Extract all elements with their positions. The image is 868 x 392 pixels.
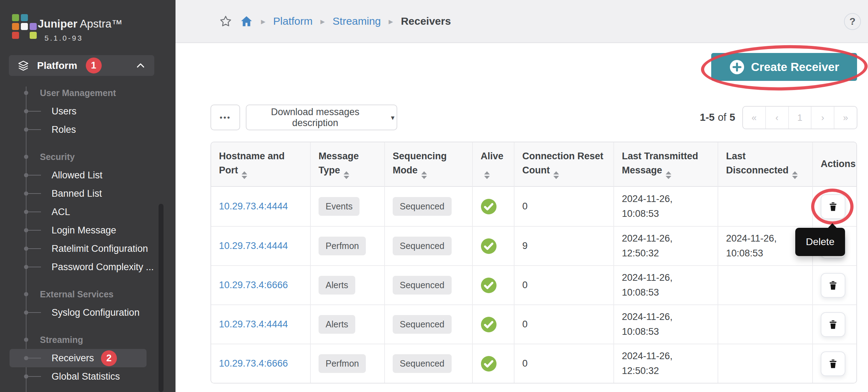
cell-sequencing-mode-row-2: Sequenced xyxy=(385,226,473,265)
hostname-port-link[interactable]: 10.29.73.4:4444 xyxy=(219,319,288,330)
cell-connection-reset-count-row-2: 9 xyxy=(515,226,614,265)
sequencing-mode-badge: Sequenced xyxy=(393,237,452,255)
sidebar-scrollbar[interactable] xyxy=(159,204,164,392)
cell-alive-row-3 xyxy=(473,265,515,304)
cell-last-transmitted-row-2: 2024-11-26, 12:50:32 xyxy=(614,226,718,265)
download-messages-description-button[interactable]: Download messages description ▾ xyxy=(246,105,397,130)
trash-icon xyxy=(828,201,838,212)
sidebar-item-ratelimit-configuration[interactable]: Ratelimit Configuration xyxy=(0,239,176,258)
column-header-label: Sequencing Mode xyxy=(393,151,447,175)
column-header-content: Actions xyxy=(821,157,856,171)
cell-alive-row-1 xyxy=(473,187,515,226)
sidebar-group-label: Streaming xyxy=(40,335,83,345)
create-receiver-button[interactable]: Create Receiver xyxy=(711,53,857,81)
column-header-label: Message Type xyxy=(319,151,359,175)
sidebar-group-label: External Services xyxy=(40,289,113,299)
message-type-badge: Alerts xyxy=(319,276,355,295)
delete-receiver-button[interactable] xyxy=(821,351,845,376)
sidebar-item-platform[interactable]: Platform 1 xyxy=(9,55,154,76)
trash-icon xyxy=(828,280,838,291)
first-page-button[interactable]: « xyxy=(743,107,765,129)
message-type-badge: Perfmon xyxy=(319,354,366,373)
sidebar-item-label: Banned List xyxy=(52,188,102,199)
version-label: 5.1.0-93 xyxy=(44,34,83,42)
message-type-badge: Alerts xyxy=(319,315,355,334)
cell-host-row-5: 10.29.73.4:6666 xyxy=(211,344,311,383)
sidebar-item-label: Roles xyxy=(52,124,76,135)
cell-last-disconnected-row-1 xyxy=(718,187,813,226)
sidebar-item-label: Ratelimit Configuration xyxy=(52,243,148,254)
last-page-button[interactable]: » xyxy=(834,107,857,129)
cell-last-transmitted-row-3: 2024-11-26, 10:08:53 xyxy=(614,265,718,304)
breadcrumb-separator-icon: ▸ xyxy=(261,16,266,26)
hostname-port-link[interactable]: 10.29.73.4:4444 xyxy=(219,201,288,212)
column-header-content: Message Type xyxy=(319,149,375,179)
sidebar-item-banned-list[interactable]: Banned List xyxy=(0,184,176,203)
logo-square xyxy=(30,14,37,21)
home-icon[interactable] xyxy=(240,14,253,28)
annotation-step-badge-2: 2 xyxy=(101,350,117,366)
column-header-content: Last Disconnected xyxy=(726,149,803,179)
sidebar-item-roles[interactable]: Roles xyxy=(0,120,176,139)
favorite-star-icon[interactable] xyxy=(219,15,232,28)
column-header-hostname-and-port[interactable]: Hostname and Port xyxy=(211,142,311,187)
connection-reset-count-value: 0 xyxy=(522,201,528,212)
caret-down-icon: ▾ xyxy=(391,113,394,122)
sidebar-item-receivers[interactable]: Receivers2 xyxy=(0,349,176,367)
column-header-content: Connection Reset Count xyxy=(522,149,604,179)
pagination-of: of xyxy=(718,112,726,123)
more-actions-button[interactable]: ••• xyxy=(210,105,240,130)
logo-square xyxy=(12,14,19,21)
cell-message-type-row-1: Events xyxy=(311,187,385,226)
hostname-port-link[interactable]: 10.29.73.4:6666 xyxy=(219,280,288,291)
sort-icon xyxy=(553,171,559,179)
column-header-alive[interactable]: Alive xyxy=(473,142,515,187)
breadcrumb-platform[interactable]: Platform xyxy=(273,15,313,27)
sidebar-group-streaming: Streaming xyxy=(0,331,176,349)
sidebar-item-login-message[interactable]: Login Message xyxy=(0,221,176,239)
sidebar-item-users[interactable]: Users xyxy=(0,102,176,120)
sidebar-item-password-complexity[interactable]: Password Complexity ... xyxy=(0,258,176,276)
trash-icon xyxy=(828,358,838,369)
column-header-sequencing-mode[interactable]: Sequencing Mode xyxy=(385,142,473,187)
cell-sequencing-mode-row-3: Sequenced xyxy=(385,265,473,304)
last-transmitted-value: 2024-11-26, 12:50:32 xyxy=(622,349,698,379)
sidebar-item-acl[interactable]: ACL xyxy=(0,203,176,221)
cell-host-row-4: 10.29.73.4:4444 xyxy=(211,304,311,344)
sidebar-item-allowed-list[interactable]: Allowed List xyxy=(0,166,176,184)
brand-title: Juniper Apstra™ xyxy=(38,18,122,30)
delete-receiver-button[interactable] xyxy=(821,194,845,219)
delete-receiver-button[interactable] xyxy=(821,273,845,298)
last-transmitted-value: 2024-11-26, 12:50:32 xyxy=(622,231,698,261)
cell-last-disconnected-row-5 xyxy=(718,344,813,383)
screen: Juniper Apstra™ 5.1.0-93 Platform 1 User… xyxy=(0,0,868,392)
sequencing-mode-badge: Sequenced xyxy=(393,354,452,373)
juniper-apstra-logo xyxy=(12,14,37,39)
logo-square xyxy=(21,23,28,30)
sidebar-item-label: Allowed List xyxy=(52,170,102,181)
column-header-message-type[interactable]: Message Type xyxy=(311,142,385,187)
hostname-port-link[interactable]: 10.29.73.4:6666 xyxy=(219,358,288,369)
annotation-step-badge-1: 1 xyxy=(86,58,102,73)
column-header-actions: Actions xyxy=(813,142,857,187)
next-page-button[interactable]: › xyxy=(811,107,834,129)
hostname-port-link[interactable]: 10.29.73.4:4444 xyxy=(219,240,288,251)
column-header-last-transmitted-message[interactable]: Last Transmitted Message xyxy=(614,142,718,187)
delete-receiver-button[interactable] xyxy=(821,312,845,337)
page-number-button[interactable]: 1 xyxy=(788,107,811,129)
pagination-range-label: 1-5 of 5 xyxy=(652,105,735,130)
cell-actions-row-3 xyxy=(813,265,857,304)
sidebar-item-label: Receivers xyxy=(52,353,94,364)
column-header-connection-reset-count[interactable]: Connection Reset Count xyxy=(515,142,614,187)
sidebar-item-global-statistics[interactable]: Global Statistics xyxy=(0,367,176,386)
previous-page-button[interactable]: ‹ xyxy=(765,107,788,129)
cell-alive-row-2 xyxy=(473,226,515,265)
sidebar-item-syslog-configuration[interactable]: Syslog Configuration xyxy=(0,303,176,322)
column-header-last-disconnected[interactable]: Last Disconnected xyxy=(718,142,813,187)
connection-reset-count-value: 0 xyxy=(522,280,528,291)
breadcrumb-streaming[interactable]: Streaming xyxy=(333,15,381,27)
sidebar: Juniper Apstra™ 5.1.0-93 Platform 1 User… xyxy=(0,0,176,392)
help-button[interactable]: ? xyxy=(844,13,861,30)
column-header-label: Actions xyxy=(821,159,856,169)
alive-check-icon xyxy=(481,277,497,293)
